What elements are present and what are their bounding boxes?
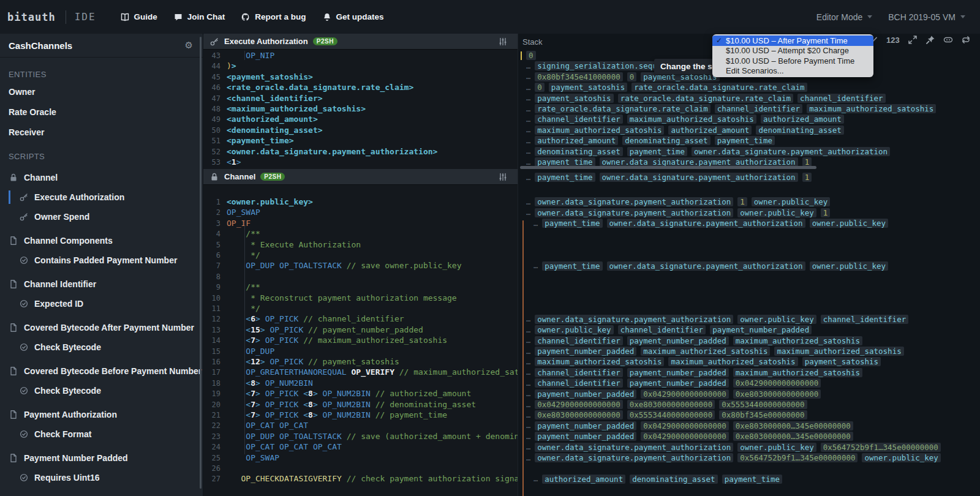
code-line[interactable]: 19 <7> OP_PICK <8> OP_NUM2BIN // authori… [203, 388, 518, 399]
sidebar-item-label: Owner Spend [34, 212, 89, 222]
sidebar-scrollbar[interactable] [200, 37, 202, 489]
code-line[interactable]: 25 OP_SWAP [203, 453, 518, 464]
settings-icon[interactable] [498, 37, 508, 47]
code-line[interactable]: 46<rate_oracle.data_signature.rate_claim… [203, 82, 518, 93]
code-line[interactable]: 7 OP_DUP OP_TOALTSTACK // save owner.pub… [203, 260, 518, 271]
stack-row: …signing_serialization.sequenc [526, 61, 673, 71]
stack-row: …payment_timeowner.data_signature.paymen… [526, 172, 812, 182]
code-line[interactable]: 15 OP_DUP [203, 346, 518, 357]
ellipsis-prefix: … [533, 475, 538, 483]
nav-item-join-chat[interactable]: Join Chat [173, 12, 225, 22]
sidebar-item-covered-bytecode-before-payment-number[interactable]: Covered Bytecode Before Payment Number [0, 364, 203, 378]
sidebar-item-execute-authorization[interactable]: Execute Authorization [0, 190, 203, 205]
logo-divider [66, 10, 66, 24]
code-line[interactable]: 44)> [203, 61, 518, 72]
sidebar-item-payment-number-padded[interactable]: Payment Number Padded [0, 451, 203, 465]
code-line[interactable]: 23 OP_DUP OP_TOALTSTACK // save (authori… [203, 431, 518, 442]
code-line[interactable]: 13 <15> OP_PICK // payment_number_padded [203, 325, 518, 336]
sidebar-item-requires-uint16[interactable]: Requires Uint16 [0, 470, 203, 485]
sidebar-item-check-format[interactable]: Check Format [0, 427, 203, 442]
code-line[interactable]: 12 <6> OP_PICK // channel_identifier [203, 314, 518, 325]
sidebar-item-label: Channel Identifier [24, 279, 96, 289]
code-line[interactable]: 47<channel_identifier> [203, 93, 518, 104]
sidebar-item-payment-authorization[interactable]: Payment Authorization [0, 407, 203, 422]
expand-icon[interactable] [908, 35, 918, 45]
pin-icon[interactable] [925, 35, 935, 45]
code-line[interactable]: 1<owner.public_key> [203, 197, 518, 208]
code-line[interactable]: 24 OP_CAT OP_CAT OP_CAT [203, 442, 518, 453]
code-line[interactable]: 53<1> [203, 157, 518, 168]
code-line[interactable]: 51<payment_time> [203, 135, 518, 146]
code-line[interactable]: 22 OP_CAT OP_CAT [203, 420, 518, 431]
chat-icon [173, 12, 183, 22]
repeat-icon[interactable] [961, 35, 971, 45]
ellipsis-prefix: … [526, 336, 530, 345]
code-line[interactable]: 43 OP_NIP [203, 50, 518, 61]
code-line[interactable]: 50<denominating_asset> [203, 125, 518, 136]
code-line[interactable]: 3OP_IF [203, 218, 518, 229]
code-line[interactable]: 4 /** [203, 228, 518, 239]
code-line[interactable]: 21 <7> OP_PICK <8> OP_NUM2BIN // payment… [203, 410, 518, 421]
code-line[interactable]: 48<maximum_authorized_satoshis> [203, 103, 518, 115]
code-text: <authorized_amount> [227, 114, 318, 125]
sidebar-section-label: ENTITIES [9, 70, 203, 79]
scenario-menu-item--10-00-usd-attempt-20-charge[interactable]: $10.00 USD – Attempt $20 Charge [712, 46, 873, 56]
top-select-editor-mode[interactable]: Editor Mode [810, 10, 878, 24]
code-line[interactable]: 18 <8> OP_NUM2BIN [203, 378, 518, 389]
scenario-menu-item--10-00-usd-before-payment-time[interactable]: $10.00 USD – Before Payment Time [712, 56, 873, 66]
top-select-bch-2019-05-vm[interactable]: BCH 2019-05 VM [882, 10, 971, 24]
code-text: <rate_oracle.data_signature.rate_claim> [227, 82, 413, 93]
code-line[interactable]: 9 /** [203, 282, 518, 293]
sidebar-item-contains-padded-payment-number[interactable]: Contains Padded Payment Number [0, 253, 203, 268]
nav-item-report-a-bug[interactable]: Report a bug [241, 12, 306, 22]
stack-item: payment_time [542, 261, 602, 271]
stack-horizontal-scrollbar[interactable] [520, 166, 816, 169]
sidebar-item-expected-id[interactable]: Expected ID [0, 296, 203, 311]
code-line[interactable]: 14 <7> OP_PICK // maximum_authorized_sat… [203, 335, 518, 346]
settings-icon[interactable] [498, 172, 508, 182]
bitauth-ide-app: bitauth IDE GuideJoin ChatReport a bugGe… [0, 0, 980, 496]
code-line[interactable]: 8 [203, 271, 518, 282]
sidebar-item-rate-oracle[interactable]: Rate Oracle [0, 105, 203, 119]
sidebar-item-check-bytecode[interactable]: Check Bytecode [0, 383, 203, 398]
stack-item: owner.public_key [737, 315, 816, 324]
key-icon [19, 212, 29, 222]
code-line[interactable]: 26 [203, 463, 518, 474]
code-line[interactable]: 16 <12> OP_PICK // payment_satoshis [203, 356, 518, 367]
code-text: <7> OP_PICK <8> OP_NUM2BIN // authorized… [227, 388, 471, 399]
code-line[interactable]: 5 * Execute Authorization [203, 239, 518, 250]
sidebar-item-covered-bytecode-after-payment-number[interactable]: Covered Bytecode After Payment Number [0, 320, 203, 335]
gear-icon[interactable]: ⚙ [185, 40, 193, 51]
stack-row: …owner.data_signature.payment_authorizat… [526, 208, 830, 218]
code-line[interactable]: 11 */ [203, 303, 518, 314]
stack-item: 1 [821, 208, 831, 217]
scenario-menu-item-edit-scenarios-[interactable]: Edit Scenarios... [712, 66, 873, 77]
sidebar-item-owner-spend[interactable]: Owner Spend [0, 209, 203, 224]
script-editor-execute-authorization: Execute AuthorizationP2SH43 OP_NIP44)>45… [203, 34, 518, 169]
stack-item: denominating_asset [630, 475, 717, 484]
scenario-menu-item--10-00-usd-after-payment-time[interactable]: ✓$10.00 USD – After Payment Time [712, 36, 873, 46]
code-line[interactable]: 20 <7> OP_PICK <8> OP_NUM2BIN // denomin… [203, 399, 518, 410]
sidebar-item-channel-components[interactable]: Channel Components [0, 233, 203, 248]
stack-item: maximum_authorized_satoshis [807, 104, 936, 113]
code-line[interactable]: 10 * Reconstruct payment authorization m… [203, 293, 518, 304]
code-line[interactable]: 17 OP_GREATERTHANOREQUAL OP_VERIFY // ma… [203, 367, 518, 378]
nav-item-guide[interactable]: Guide [120, 12, 157, 22]
code-line[interactable]: 52<owner.data_signature.payment_authoriz… [203, 146, 518, 157]
code-line[interactable]: 6 */ [203, 250, 518, 261]
sidebar-item-owner[interactable]: Owner [0, 85, 203, 99]
sidebar-item-channel-identifier[interactable]: Channel Identifier [0, 277, 203, 291]
sidebar-item-check-bytecode[interactable]: Check Bytecode [0, 340, 203, 355]
numbers-toggle[interactable]: 123 [886, 36, 900, 45]
sidebar-item-channel[interactable]: Channel [0, 170, 203, 185]
code-line[interactable]: 27 OP_CHECKDATASIGVERIFY // check paymen… [203, 473, 518, 484]
ellipsis-pill-icon[interactable] [943, 35, 953, 45]
nav-item-get-updates[interactable]: Get updates [322, 12, 384, 22]
template-title: CashChannels [9, 40, 72, 51]
code-line[interactable]: 45<payment_satoshis> [203, 72, 518, 83]
sidebar-item-receiver[interactable]: Receiver [0, 125, 203, 140]
code-line[interactable]: 2OP_SWAP [203, 207, 518, 218]
code-line[interactable]: 49<authorized_amount> [203, 114, 518, 125]
script-editor-header: ChannelP2SH [203, 169, 518, 185]
document-icon [9, 279, 18, 289]
